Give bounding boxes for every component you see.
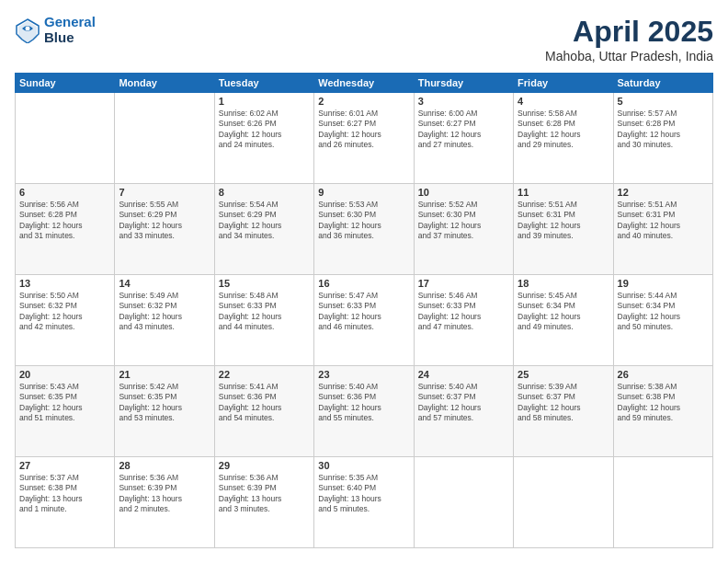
calendar-cell: 28Sunrise: 5:36 AM Sunset: 6:39 PM Dayli…	[115, 457, 214, 548]
calendar-header-row: Sunday Monday Tuesday Wednesday Thursday…	[16, 74, 713, 93]
cell-info: Sunrise: 5:50 AM Sunset: 6:32 PM Dayligh…	[19, 291, 110, 333]
calendar-cell: 9Sunrise: 5:53 AM Sunset: 6:30 PM Daylig…	[314, 184, 414, 275]
cell-info: Sunrise: 5:49 AM Sunset: 6:32 PM Dayligh…	[119, 291, 210, 333]
cell-date-number: 15	[219, 278, 310, 289]
cell-info: Sunrise: 5:37 AM Sunset: 6:38 PM Dayligh…	[19, 473, 110, 515]
col-saturday: Saturday	[613, 74, 712, 93]
cell-info: Sunrise: 5:36 AM Sunset: 6:39 PM Dayligh…	[119, 473, 210, 515]
cell-date-number: 23	[318, 369, 409, 380]
calendar-cell: 15Sunrise: 5:48 AM Sunset: 6:33 PM Dayli…	[214, 275, 313, 366]
cell-info: Sunrise: 5:52 AM Sunset: 6:30 PM Dayligh…	[418, 200, 509, 242]
calendar-cell: 5Sunrise: 5:57 AM Sunset: 6:28 PM Daylig…	[613, 93, 712, 184]
calendar-cell: 30Sunrise: 5:35 AM Sunset: 6:40 PM Dayli…	[314, 457, 414, 548]
calendar-cell	[16, 93, 115, 184]
cell-info: Sunrise: 5:36 AM Sunset: 6:39 PM Dayligh…	[219, 473, 310, 515]
col-monday: Monday	[115, 74, 214, 93]
logo-text: General Blue	[44, 15, 96, 45]
calendar-cell: 10Sunrise: 5:52 AM Sunset: 6:30 PM Dayli…	[414, 184, 513, 275]
cell-date-number: 22	[219, 369, 310, 380]
cell-info: Sunrise: 5:51 AM Sunset: 6:31 PM Dayligh…	[518, 200, 609, 242]
calendar-cell: 6Sunrise: 5:56 AM Sunset: 6:28 PM Daylig…	[16, 184, 115, 275]
cell-info: Sunrise: 5:40 AM Sunset: 6:36 PM Dayligh…	[318, 382, 409, 424]
cell-date-number: 17	[418, 278, 509, 289]
cell-date-number: 12	[618, 187, 709, 198]
main-title: April 2025	[545, 15, 713, 49]
calendar-cell	[514, 457, 613, 548]
cell-date-number: 14	[119, 278, 210, 289]
cell-date-number: 3	[418, 96, 509, 107]
calendar-cell: 29Sunrise: 5:36 AM Sunset: 6:39 PM Dayli…	[214, 457, 313, 548]
calendar-cell: 20Sunrise: 5:43 AM Sunset: 6:35 PM Dayli…	[16, 366, 115, 457]
calendar-week-5: 27Sunrise: 5:37 AM Sunset: 6:38 PM Dayli…	[16, 457, 713, 548]
cell-info: Sunrise: 5:38 AM Sunset: 6:38 PM Dayligh…	[618, 382, 709, 424]
cell-info: Sunrise: 5:47 AM Sunset: 6:33 PM Dayligh…	[318, 291, 409, 333]
calendar-cell: 13Sunrise: 5:50 AM Sunset: 6:32 PM Dayli…	[16, 275, 115, 366]
calendar-week-1: 1Sunrise: 6:02 AM Sunset: 6:26 PM Daylig…	[16, 93, 713, 184]
calendar-cell: 26Sunrise: 5:38 AM Sunset: 6:38 PM Dayli…	[613, 366, 712, 457]
cell-info: Sunrise: 5:58 AM Sunset: 6:28 PM Dayligh…	[518, 109, 609, 151]
cell-date-number: 16	[318, 278, 409, 289]
cell-info: Sunrise: 5:43 AM Sunset: 6:35 PM Dayligh…	[19, 382, 110, 424]
cell-info: Sunrise: 5:56 AM Sunset: 6:28 PM Dayligh…	[19, 200, 110, 242]
cell-info: Sunrise: 5:42 AM Sunset: 6:35 PM Dayligh…	[119, 382, 210, 424]
cell-date-number: 20	[19, 369, 110, 380]
calendar-week-4: 20Sunrise: 5:43 AM Sunset: 6:35 PM Dayli…	[16, 366, 713, 457]
cell-date-number: 8	[219, 187, 310, 198]
calendar-cell: 1Sunrise: 6:02 AM Sunset: 6:26 PM Daylig…	[214, 93, 313, 184]
calendar-cell	[115, 93, 214, 184]
calendar-cell: 21Sunrise: 5:42 AM Sunset: 6:35 PM Dayli…	[115, 366, 214, 457]
calendar-cell: 3Sunrise: 6:00 AM Sunset: 6:27 PM Daylig…	[414, 93, 513, 184]
col-sunday: Sunday	[16, 74, 115, 93]
cell-info: Sunrise: 5:44 AM Sunset: 6:34 PM Dayligh…	[618, 291, 709, 333]
header: General Blue April 2025 Mahoba, Uttar Pr…	[15, 15, 713, 63]
cell-date-number: 26	[618, 369, 709, 380]
cell-info: Sunrise: 6:02 AM Sunset: 6:26 PM Dayligh…	[219, 109, 310, 151]
cell-date-number: 30	[318, 460, 409, 471]
calendar-cell: 7Sunrise: 5:55 AM Sunset: 6:29 PM Daylig…	[115, 184, 214, 275]
calendar-week-3: 13Sunrise: 5:50 AM Sunset: 6:32 PM Dayli…	[16, 275, 713, 366]
calendar-cell: 18Sunrise: 5:45 AM Sunset: 6:34 PM Dayli…	[514, 275, 613, 366]
cell-info: Sunrise: 5:39 AM Sunset: 6:37 PM Dayligh…	[518, 382, 609, 424]
cell-date-number: 5	[618, 96, 709, 107]
cell-date-number: 27	[19, 460, 110, 471]
calendar-cell: 23Sunrise: 5:40 AM Sunset: 6:36 PM Dayli…	[314, 366, 414, 457]
calendar-cell: 17Sunrise: 5:46 AM Sunset: 6:33 PM Dayli…	[414, 275, 513, 366]
calendar-cell: 11Sunrise: 5:51 AM Sunset: 6:31 PM Dayli…	[514, 184, 613, 275]
title-block: April 2025 Mahoba, Uttar Pradesh, India	[545, 15, 713, 63]
cell-date-number: 19	[618, 278, 709, 289]
cell-date-number: 6	[19, 187, 110, 198]
calendar-cell: 16Sunrise: 5:47 AM Sunset: 6:33 PM Dayli…	[314, 275, 414, 366]
cell-info: Sunrise: 5:48 AM Sunset: 6:33 PM Dayligh…	[219, 291, 310, 333]
cell-info: Sunrise: 5:54 AM Sunset: 6:29 PM Dayligh…	[219, 200, 310, 242]
cell-date-number: 29	[219, 460, 310, 471]
calendar-cell: 2Sunrise: 6:01 AM Sunset: 6:27 PM Daylig…	[314, 93, 414, 184]
cell-info: Sunrise: 5:51 AM Sunset: 6:31 PM Dayligh…	[618, 200, 709, 242]
col-thursday: Thursday	[414, 74, 513, 93]
cell-date-number: 11	[518, 187, 609, 198]
col-wednesday: Wednesday	[314, 74, 414, 93]
col-friday: Friday	[514, 74, 613, 93]
calendar-cell: 8Sunrise: 5:54 AM Sunset: 6:29 PM Daylig…	[214, 184, 313, 275]
cell-date-number: 9	[318, 187, 409, 198]
cell-info: Sunrise: 5:46 AM Sunset: 6:33 PM Dayligh…	[418, 291, 509, 333]
cell-info: Sunrise: 6:00 AM Sunset: 6:27 PM Dayligh…	[418, 109, 509, 151]
logo-line1: General	[44, 14, 96, 29]
logo-icon	[15, 17, 40, 43]
calendar-cell: 4Sunrise: 5:58 AM Sunset: 6:28 PM Daylig…	[514, 93, 613, 184]
cell-info: Sunrise: 5:55 AM Sunset: 6:29 PM Dayligh…	[119, 200, 210, 242]
cell-date-number: 28	[119, 460, 210, 471]
cell-date-number: 21	[119, 369, 210, 380]
calendar-week-2: 6Sunrise: 5:56 AM Sunset: 6:28 PM Daylig…	[16, 184, 713, 275]
subtitle: Mahoba, Uttar Pradesh, India	[545, 49, 713, 63]
calendar-cell: 24Sunrise: 5:40 AM Sunset: 6:37 PM Dayli…	[414, 366, 513, 457]
logo-line2: Blue	[44, 29, 74, 45]
calendar-cell	[613, 457, 712, 548]
calendar-cell: 22Sunrise: 5:41 AM Sunset: 6:36 PM Dayli…	[214, 366, 313, 457]
cell-date-number: 10	[418, 187, 509, 198]
svg-point-2	[26, 26, 30, 30]
calendar-cell: 14Sunrise: 5:49 AM Sunset: 6:32 PM Dayli…	[115, 275, 214, 366]
cell-info: Sunrise: 6:01 AM Sunset: 6:27 PM Dayligh…	[318, 109, 409, 151]
logo: General Blue	[15, 15, 96, 45]
cell-date-number: 1	[219, 96, 310, 107]
cell-date-number: 25	[518, 369, 609, 380]
